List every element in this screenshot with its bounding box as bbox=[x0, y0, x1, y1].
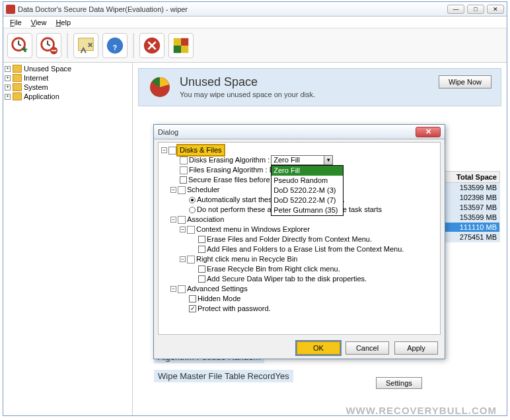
node-icon bbox=[180, 157, 188, 164]
node-label: Right click menu in Recycle Bin bbox=[196, 254, 297, 264]
checkbox[interactable] bbox=[198, 236, 205, 243]
checkbox-protect-password[interactable]: Protect with password. bbox=[161, 304, 437, 314]
menu-file[interactable]: File bbox=[6, 18, 26, 27]
tree-node-association[interactable]: − Association bbox=[161, 215, 437, 225]
toolbar-tools-button[interactable] bbox=[73, 33, 98, 58]
apply-button[interactable]: Apply bbox=[394, 341, 438, 355]
checkbox-add-list[interactable]: Add Files and Folders to a Erase List fr… bbox=[161, 244, 437, 254]
menubar: File View Help bbox=[3, 17, 507, 28]
chevron-down-icon[interactable]: ▼ bbox=[324, 156, 332, 164]
sidebar: +Unused Space +Internet +System +Applica… bbox=[3, 63, 133, 415]
node-label: Disks & Files bbox=[178, 145, 224, 155]
option-label: Add Files and Folders to a Erase List fr… bbox=[207, 244, 404, 254]
folder-icon bbox=[13, 83, 22, 91]
table-row[interactable]: 153597 MB bbox=[443, 203, 500, 213]
checkbox-add-tab[interactable]: Add Secure Data Wiper tab to the disk pr… bbox=[161, 274, 437, 284]
collapse-icon[interactable]: − bbox=[161, 147, 167, 153]
node-icon bbox=[168, 147, 176, 155]
node-icon bbox=[187, 256, 195, 263]
ok-button[interactable]: OK bbox=[297, 341, 340, 355]
window-title: Data Doctor's Secure Data Wiper(Evaluati… bbox=[18, 5, 447, 13]
node-icon bbox=[178, 285, 186, 293]
dropdown-option[interactable]: Pseudo Random bbox=[272, 176, 343, 186]
dialog-close-button[interactable]: ✕ bbox=[416, 127, 441, 137]
node-label: Association bbox=[187, 215, 224, 225]
table-row[interactable]: 102398 MB bbox=[443, 193, 500, 203]
tree-node-context-menu[interactable]: − Context menu in Windows Explorer bbox=[161, 225, 437, 234]
collapse-icon[interactable]: − bbox=[180, 227, 186, 232]
checkbox[interactable] bbox=[189, 295, 196, 302]
option-label: Hidden Mode bbox=[198, 294, 240, 304]
option-label: Add Secure Data Wiper tab to the disk pr… bbox=[207, 274, 367, 284]
node-label: Context menu in Windows Explorer bbox=[196, 225, 310, 234]
dialog-titlebar[interactable]: Dialog ✕ bbox=[154, 125, 445, 139]
maximize-button[interactable]: □ bbox=[467, 5, 484, 14]
radio[interactable] bbox=[189, 207, 196, 213]
mft-info: Wipe Master File Table RecordYes bbox=[154, 370, 293, 382]
checkbox[interactable] bbox=[198, 275, 205, 283]
settings-dialog: Dialog ✕ − Disks & Files Disks Erasing A… bbox=[153, 124, 445, 359]
checkbox-erase-recycle[interactable]: Erase Recycle Bin from Right click menu. bbox=[161, 264, 437, 274]
checkbox[interactable] bbox=[198, 265, 205, 273]
option-label: Protect with password. bbox=[198, 304, 271, 314]
toolbar-add-clock-button[interactable] bbox=[7, 33, 32, 58]
tree-node-advanced[interactable]: − Advanced Settings bbox=[161, 284, 437, 294]
dropdown-option[interactable]: Peter Gutmann (35) bbox=[272, 205, 343, 215]
toolbar-remove-clock-button[interactable] bbox=[36, 33, 61, 58]
radio[interactable] bbox=[189, 197, 196, 203]
sidebar-item-application[interactable]: +Application bbox=[5, 92, 131, 101]
node-label: Files Erasing Algorithm : D bbox=[189, 165, 275, 175]
svg-rect-9 bbox=[174, 46, 181, 53]
dropdown-option[interactable]: DoD 5220.22-M (7) bbox=[272, 195, 343, 205]
table-row[interactable]: 275451 MB bbox=[443, 232, 500, 242]
pie-icon bbox=[148, 75, 172, 99]
menu-help[interactable]: Help bbox=[52, 18, 75, 27]
tree-node-disks-erasing[interactable]: Disks Erasing Algorithm : Zero Fill ▼ Ze… bbox=[161, 155, 437, 165]
node-icon bbox=[178, 216, 186, 224]
titlebar: Data Doctor's Secure Data Wiper(Evaluati… bbox=[3, 2, 507, 17]
disks-erasing-combo[interactable]: Zero Fill ▼ Zero Fill Pseudo Random DoD … bbox=[271, 155, 333, 165]
expand-icon[interactable]: + bbox=[5, 75, 11, 81]
toolbar-recycle-button[interactable] bbox=[168, 33, 194, 58]
dialog-title: Dialog bbox=[158, 128, 416, 136]
collapse-icon[interactable]: − bbox=[170, 187, 176, 193]
menu-view[interactable]: View bbox=[27, 18, 51, 27]
node-label: Secure Erase files before bbox=[188, 175, 270, 185]
collapse-icon[interactable]: − bbox=[170, 217, 176, 223]
wipe-now-button[interactable]: Wipe Now bbox=[439, 75, 492, 88]
sidebar-label: Application bbox=[24, 92, 59, 100]
sidebar-item-unused-space[interactable]: +Unused Space bbox=[5, 64, 131, 73]
checkbox[interactable] bbox=[189, 305, 196, 312]
close-button[interactable]: ✕ bbox=[487, 5, 504, 14]
folder-icon bbox=[13, 65, 22, 73]
toolbar-help-button[interactable]: ? bbox=[102, 33, 128, 58]
header-panel: Unused Space You may wipe unused space o… bbox=[138, 68, 501, 106]
table-header-total-space[interactable]: Total Space bbox=[443, 171, 500, 183]
cancel-button[interactable]: Cancel bbox=[346, 341, 389, 355]
node-label: Disks Erasing Algorithm : bbox=[189, 155, 270, 165]
sidebar-item-internet[interactable]: +Internet bbox=[5, 73, 131, 83]
dropdown-option[interactable]: Zero Fill bbox=[272, 166, 343, 176]
dropdown-option[interactable]: DoD 5220.22-M (3) bbox=[272, 186, 343, 195]
node-icon bbox=[180, 166, 188, 174]
expand-icon[interactable]: + bbox=[5, 85, 11, 90]
table-row[interactable]: 153599 MB bbox=[443, 183, 500, 193]
toolbar-stop-button[interactable] bbox=[139, 33, 164, 58]
page-subtitle: You may wipe unused space on your disk. bbox=[180, 90, 315, 98]
tree-node-rightclick[interactable]: − Right click menu in Recycle Bin bbox=[161, 254, 437, 264]
tree-node-disks-files[interactable]: − Disks & Files bbox=[161, 145, 437, 155]
minimize-button[interactable]: — bbox=[447, 5, 464, 14]
option-label: Erase Files and Folder Directly from Con… bbox=[207, 234, 372, 244]
checkbox-hidden-mode[interactable]: Hidden Mode bbox=[161, 294, 437, 304]
collapse-icon[interactable]: − bbox=[170, 286, 176, 292]
checkbox-erase-direct[interactable]: Erase Files and Folder Directly from Con… bbox=[161, 234, 437, 244]
sidebar-item-system[interactable]: +System bbox=[5, 83, 131, 92]
settings-button[interactable]: Settings bbox=[376, 377, 422, 389]
collapse-icon[interactable]: − bbox=[180, 256, 186, 262]
table-row[interactable]: 111110 MB bbox=[443, 223, 500, 232]
expand-icon[interactable]: + bbox=[5, 66, 11, 72]
table-row[interactable]: 153599 MB bbox=[443, 213, 500, 223]
checkbox[interactable] bbox=[198, 246, 205, 253]
expand-icon[interactable]: + bbox=[5, 94, 11, 100]
checkbox[interactable] bbox=[180, 176, 187, 184]
